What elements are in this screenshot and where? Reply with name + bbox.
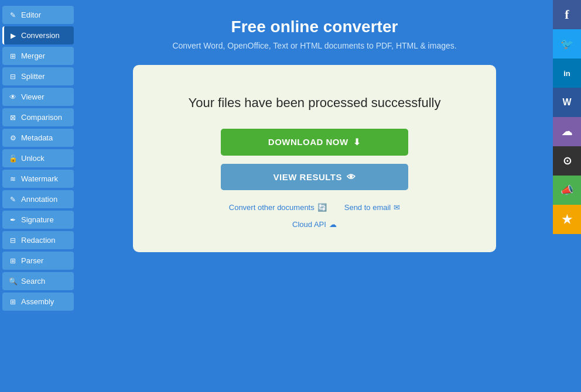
sidebar-item-signature[interactable]: ✒ Signature — [2, 211, 74, 229]
annotation-icon: ✎ — [8, 195, 18, 204]
eye-icon: 👁 — [347, 172, 356, 182]
github-icon: ⊙ — [563, 154, 572, 167]
parser-icon: ⊞ — [8, 257, 18, 265]
twitter-button[interactable]: 🐦 — [553, 29, 581, 59]
linkedin-icon: in — [563, 69, 570, 78]
sidebar-item-watermark[interactable]: ≋ Watermark — [2, 170, 74, 188]
sidebar: ✎ Editor ▶ Conversion ⊞ Merger ⊟ Splitte… — [0, 0, 76, 392]
signature-icon: ✒ — [8, 216, 18, 224]
viewer-icon: 👁 — [8, 93, 18, 101]
sidebar-item-merger[interactable]: ⊞ Merger — [2, 47, 74, 65]
convert-other-link[interactable]: Convert other documents 🔄 — [229, 203, 327, 212]
sidebar-item-annotation[interactable]: ✎ Annotation — [2, 190, 74, 208]
sidebar-item-parser[interactable]: ⊞ Parser — [2, 252, 74, 270]
sidebar-item-unlock[interactable]: 🔓 Unlock — [2, 149, 74, 167]
merger-icon: ⊞ — [8, 52, 18, 60]
github-button[interactable]: ⊙ — [553, 146, 581, 176]
assembly-icon: ⊞ — [8, 298, 18, 306]
metadata-icon: ⚙ — [8, 134, 18, 142]
word-icon: W — [562, 97, 571, 108]
facebook-button[interactable]: f — [553, 0, 581, 29]
sidebar-item-splitter[interactable]: ⊟ Splitter — [2, 67, 74, 85]
sidebar-item-search[interactable]: 🔍 Search — [2, 272, 74, 290]
megaphone-button[interactable]: 📣 — [553, 176, 581, 205]
sidebar-item-comparison[interactable]: ⊠ Comparison — [2, 108, 74, 126]
sidebar-item-metadata[interactable]: ⚙ Metadata — [2, 129, 74, 147]
card-links: Convert other documents 🔄 Send to email … — [229, 203, 400, 212]
page-subtitle: Convert Word, OpenOffice, Text or HTML d… — [172, 41, 456, 50]
cloud-button[interactable]: ☁ — [553, 117, 581, 146]
splitter-icon: ⊟ — [8, 73, 18, 81]
send-to-email-link[interactable]: Send to email ✉ — [344, 203, 401, 212]
unlock-icon: 🔓 — [8, 154, 18, 163]
star-icon: ★ — [562, 212, 572, 226]
cloud-social-icon: ☁ — [562, 125, 572, 138]
watermark-icon: ≋ — [8, 175, 18, 183]
email-icon: ✉ — [394, 203, 400, 212]
cloud-api-link[interactable]: Cloud API ☁ — [292, 220, 337, 229]
editor-icon: ✎ — [8, 11, 18, 19]
twitter-icon: 🐦 — [561, 37, 573, 50]
megaphone-icon: 📣 — [561, 184, 573, 197]
star-button[interactable]: ★ — [553, 205, 581, 234]
sidebar-item-editor[interactable]: ✎ Editor — [2, 6, 74, 24]
conversion-icon: ▶ — [8, 32, 18, 40]
page-title: Free online converter — [231, 18, 398, 36]
download-now-button[interactable]: DOWNLOAD NOW ⬇ — [221, 129, 408, 156]
cloud-icon: ☁ — [329, 220, 337, 229]
word-button[interactable]: W — [553, 88, 581, 117]
social-sidebar: f 🐦 in W ☁ ⊙ 📣 ★ — [553, 0, 581, 392]
sidebar-item-viewer[interactable]: 👁 Viewer — [2, 88, 74, 106]
facebook-icon: f — [565, 7, 569, 22]
search-icon: 🔍 — [8, 277, 18, 286]
main-content: Free online converter Convert Word, Open… — [76, 0, 553, 392]
refresh-icon: 🔄 — [317, 203, 327, 212]
sidebar-item-redaction[interactable]: ⊟ Redaction — [2, 231, 74, 249]
download-icon: ⬇ — [353, 137, 361, 147]
linkedin-button[interactable]: in — [553, 59, 581, 88]
sidebar-item-conversion[interactable]: ▶ Conversion — [2, 26, 74, 44]
result-card: Your files have been processed successfu… — [133, 65, 496, 252]
comparison-icon: ⊠ — [8, 114, 18, 122]
redaction-icon: ⊟ — [8, 236, 18, 245]
sidebar-item-assembly[interactable]: ⊞ Assembly — [2, 293, 74, 311]
success-message: Your files have been processed successfu… — [189, 94, 441, 112]
view-results-button[interactable]: VIEW RESULTS 👁 — [221, 164, 408, 190]
